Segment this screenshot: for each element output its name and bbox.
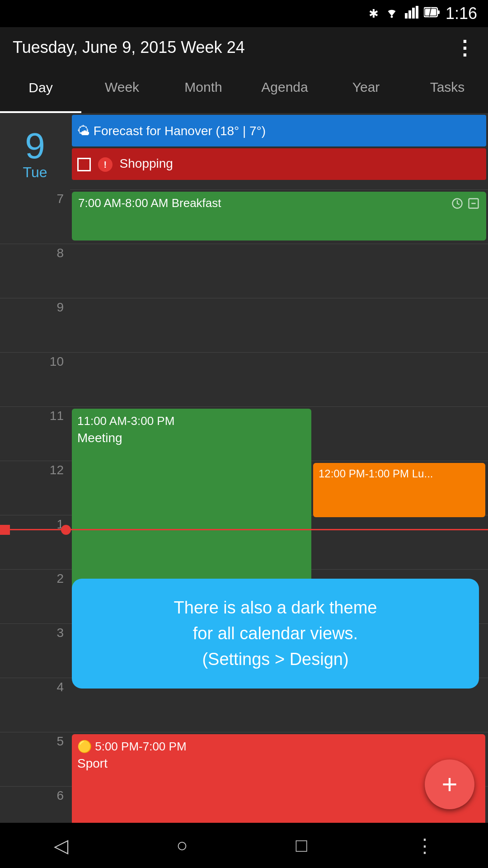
sport-title: Sport: [77, 756, 480, 771]
sport-event[interactable]: 🟡 5:00 PM-7:00 PM Sport: [72, 734, 485, 823]
time-label-5: 5: [0, 732, 70, 786]
status-icons: ✱ 1:16: [369, 4, 477, 23]
tab-tasks[interactable]: Tasks: [407, 68, 488, 113]
recents-button[interactable]: □: [296, 835, 307, 856]
time-label-9: 9: [0, 298, 70, 352]
time-label-1: 1: [0, 515, 70, 569]
header-menu-button[interactable]: ⋮: [455, 36, 475, 59]
header: Tuesday, June 9, 2015 Week 24 ⋮: [0, 27, 488, 68]
svg-rect-3: [412, 8, 415, 19]
time-content-8: [70, 244, 488, 298]
tab-agenda[interactable]: Agenda: [244, 68, 325, 113]
lunch-label: 12:00 PM-1:00 PM Lu...: [319, 467, 433, 480]
time-row-10: 10: [0, 353, 488, 407]
time-label-3: 3: [0, 624, 70, 678]
lunch-event[interactable]: 12:00 PM-1:00 PM Lu...: [313, 463, 485, 517]
time-row-7: 7 7:00 AM-8:00 AM Breakfast: [0, 190, 488, 244]
time-label-11: 11: [0, 407, 70, 461]
time-content-10: [70, 353, 488, 406]
add-event-button[interactable]: +: [425, 760, 474, 809]
date-column: 9 Tue: [0, 113, 70, 190]
forecast-event-label: 🌤 Forecast for Hanover (18° | 7°): [77, 123, 266, 138]
sport-label: 🟡 5:00 PM-7:00 PM: [77, 740, 187, 753]
time-label-12: 12: [0, 461, 70, 515]
time-label-10: 10: [0, 353, 70, 406]
signal-icon: [405, 6, 418, 22]
add-icon: +: [441, 771, 457, 798]
bluetooth-icon: ✱: [369, 7, 379, 21]
time-label-7: 7: [0, 190, 70, 244]
tab-month[interactable]: Month: [163, 68, 244, 113]
breakfast-event[interactable]: 7:00 AM-8:00 AM Breakfast: [72, 192, 486, 241]
date-day: Tue: [23, 164, 47, 181]
shopping-event-label: ! Shopping: [77, 156, 173, 172]
header-title: Tuesday, June 9, 2015 Week 24: [13, 38, 245, 57]
current-time-indicator: [66, 529, 488, 530]
time-row-8: 8: [0, 244, 488, 298]
svg-rect-7: [437, 10, 440, 14]
tooltip-bubble[interactable]: There is also a dark theme for all calen…: [72, 579, 479, 689]
meeting-title: Meeting: [77, 431, 306, 445]
time-label-4: 4: [0, 678, 70, 732]
svg-rect-2: [408, 10, 411, 19]
shopping-event[interactable]: ! Shopping: [72, 148, 486, 180]
calendar-main: 9 Tue 🌤 Forecast for Hanover (18° | 7°) …: [0, 113, 488, 823]
tab-bar: Day Week Month Agenda Year Tasks: [0, 68, 488, 113]
status-bar: ✱ 1:16: [0, 0, 488, 27]
wifi-icon: [384, 6, 399, 22]
current-time-dot: [61, 525, 71, 535]
breakfast-icons: [451, 197, 480, 210]
back-button[interactable]: ◁: [54, 835, 68, 857]
svg-rect-4: [416, 6, 418, 19]
time-content-9: [70, 298, 488, 352]
forecast-event[interactable]: 🌤 Forecast for Hanover (18° | 7°): [72, 115, 486, 146]
time-content-7: 7:00 AM-8:00 AM Breakfast: [70, 190, 488, 244]
breakfast-label: 7:00 AM-8:00 AM Breakfast: [78, 196, 221, 210]
tooltip-text: There is also a dark theme for all calen…: [90, 595, 461, 672]
nav-menu-button[interactable]: ⋮: [415, 835, 434, 857]
battery-icon: [424, 6, 440, 21]
svg-point-0: [390, 15, 393, 18]
current-time-dot: [0, 525, 10, 535]
status-time: 1:16: [446, 4, 477, 23]
bottom-nav: ◁ ○ □ ⋮: [0, 823, 488, 868]
date-number: 9: [25, 128, 45, 164]
allday-area: 🌤 Forecast for Hanover (18° | 7°) ! Shop…: [70, 113, 488, 190]
time-label-2: 2: [0, 570, 70, 623]
time-label-6: 6: [0, 787, 70, 823]
meeting-label: 11:00 AM-3:00 PM: [77, 414, 306, 428]
tab-week[interactable]: Week: [81, 68, 163, 113]
time-label-8: 8: [0, 244, 70, 298]
svg-rect-1: [405, 13, 408, 19]
tab-year[interactable]: Year: [325, 68, 407, 113]
home-button[interactable]: ○: [176, 835, 188, 856]
time-row-9: 9: [0, 298, 488, 353]
tab-day[interactable]: Day: [0, 68, 81, 113]
